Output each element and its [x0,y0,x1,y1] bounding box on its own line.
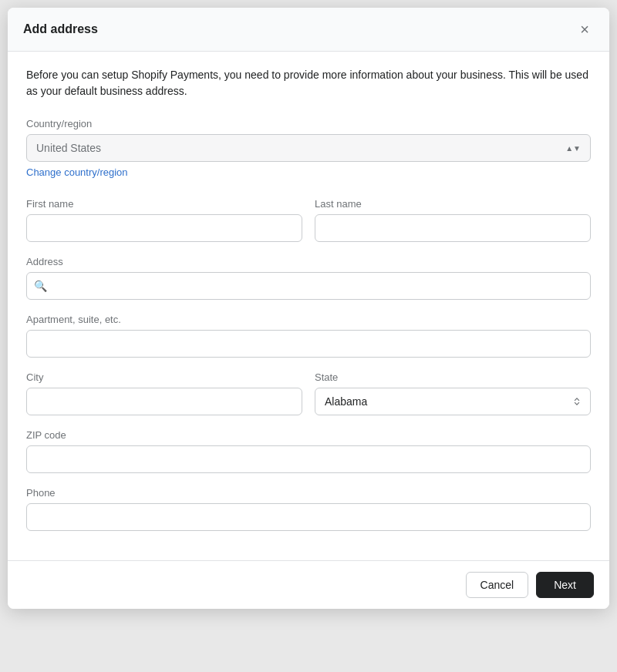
search-icon: 🔍 [34,280,47,292]
state-select[interactable]: Alabama Alaska Arizona Arkansas Californ… [315,388,591,415]
zip-group: ZIP code [26,429,591,473]
next-button[interactable]: Next [536,572,594,598]
address-input[interactable] [26,272,591,300]
country-select[interactable]: United States ▲▼ [26,134,591,162]
close-icon: × [580,22,589,37]
state-label: State [315,371,591,383]
cancel-button[interactable]: Cancel [466,572,529,598]
close-button[interactable]: × [575,20,594,39]
change-country-link[interactable]: Change country/region [26,166,128,178]
last-name-input[interactable] [315,214,591,242]
zip-label: ZIP code [26,429,591,441]
state-wrapper: Alabama Alaska Arizona Arkansas Californ… [315,388,591,415]
apartment-input[interactable] [26,330,591,358]
address-input-wrapper: 🔍 [26,272,591,300]
city-input[interactable] [26,388,302,415]
first-name-group: First name [26,198,302,242]
address-group: Address 🔍 [26,256,591,300]
country-label: Country/region [26,118,591,129]
phone-label: Phone [26,487,591,499]
country-value: United States [36,142,101,154]
add-address-modal: Add address × Before you can setup Shopi… [8,8,609,609]
last-name-label: Last name [315,198,591,210]
phone-input[interactable] [26,503,591,531]
name-row: First name Last name [26,198,591,242]
address-label: Address [26,256,591,267]
city-group: City [26,371,302,415]
city-label: City [26,371,302,383]
city-state-row: City State Alabama Alaska Arizona Arkans… [26,371,591,415]
modal-title: Add address [23,22,98,36]
apartment-group: Apartment, suite, etc. [26,314,591,358]
apartment-label: Apartment, suite, etc. [26,314,591,325]
first-name-label: First name [26,198,302,210]
last-name-group: Last name [315,198,591,242]
state-group: State Alabama Alaska Arizona Arkansas Ca… [315,371,591,415]
phone-group: Phone [26,487,591,531]
country-region-group: Country/region United States ▲▼ Change c… [26,118,591,184]
modal-footer: Cancel Next [8,560,609,609]
chevron-updown-icon: ▲▼ [565,144,581,153]
modal-body: Before you can setup Shopify Payments, y… [8,52,609,560]
modal-header: Add address × [8,8,609,52]
description-text: Before you can setup Shopify Payments, y… [26,67,591,99]
zip-input[interactable] [26,445,591,473]
first-name-input[interactable] [26,214,302,242]
